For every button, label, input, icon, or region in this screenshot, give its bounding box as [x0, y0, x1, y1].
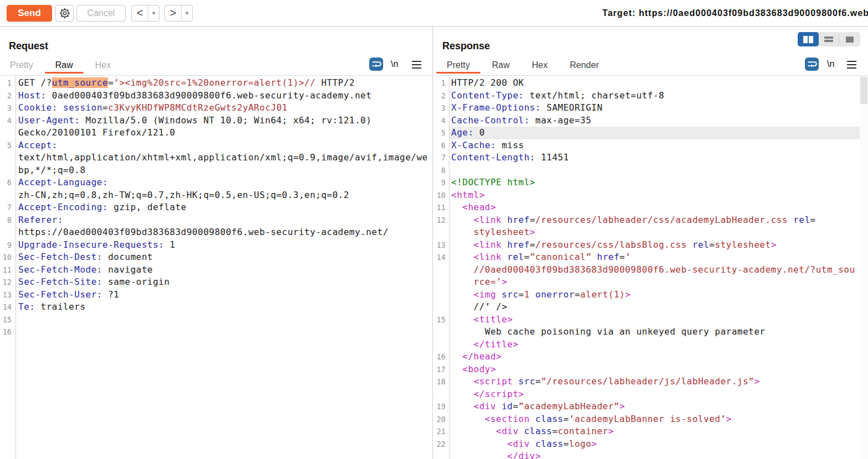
line-number [433, 226, 446, 239]
request-panel: Request Pretty Raw Hex \n 1GET /?utm_sou… [0, 27, 433, 459]
prev-dropdown-icon[interactable]: ▼ [148, 6, 159, 21]
line-number [433, 264, 446, 277]
layout-toggle [798, 32, 860, 46]
line-number [433, 289, 446, 301]
editor-line: 6X-Cache: miss [433, 139, 868, 152]
send-button[interactable]: Send [7, 5, 52, 22]
editor-line: Gecko/20100101 Firefox/121.0 [0, 127, 432, 139]
editor-line: 3Cookie: session=c3KvyKHDfWP8MCdtRzeGwts… [0, 102, 432, 114]
editor-line: </script> [433, 388, 868, 401]
editor-line: <img src=1 onerror=alert(1)> [433, 289, 868, 301]
editor-line: 1HTTP/2 200 OK [433, 77, 868, 90]
editor-line: 3X-Frame-Options: SAMEORIGIN [433, 102, 868, 114]
response-editor[interactable]: 1HTTP/2 200 OK2Content-Type: text/html; … [433, 76, 868, 459]
editor-line: 12Sec-Fetch-Site: same-origin [0, 276, 432, 289]
editor-line: 9<!DOCTYPE html> [433, 176, 868, 189]
editor-line: 11 <head> [433, 201, 868, 214]
line-number: 11 [433, 201, 446, 214]
editor-line: 9Upgrade-Insecure-Requests: 1 [0, 239, 432, 252]
newline-toggle[interactable]: \n [391, 58, 398, 71]
line-number: 8 [433, 164, 446, 177]
request-panel-title: Request [9, 40, 48, 52]
newline-toggle[interactable]: \n [827, 58, 834, 71]
editor-line: 7Accept-Encoding: gzip, deflate [0, 201, 432, 214]
editor-line: 16 </head> [433, 351, 868, 363]
line-number: 21 [433, 425, 446, 438]
line-number: 14 [433, 251, 446, 264]
editor-line: 11Sec-Fetch-Mode: navigate [0, 264, 432, 277]
line-number: 4 [0, 114, 12, 127]
editor-line: https://0aed000403f09bd383683d90009800f6… [0, 226, 432, 239]
scrollbar-thumb[interactable] [860, 77, 867, 104]
line-number: 13 [0, 289, 12, 301]
line-number: 15 [433, 314, 446, 326]
line-number [433, 450, 446, 459]
next-dropdown-icon[interactable]: ▼ [182, 6, 192, 21]
line-number: 16 [0, 326, 12, 338]
line-number: 22 [433, 438, 446, 451]
line-number [0, 152, 12, 164]
line-number: 13 [433, 239, 446, 252]
editor-line: 15 [0, 314, 432, 326]
line-number: 6 [433, 139, 446, 152]
editor-line: 20 <section class=’academyLabBanner is-s… [433, 413, 868, 426]
wrap-lines-icon[interactable] [369, 58, 383, 71]
line-number [433, 301, 446, 314]
hamburger-menu-icon[interactable] [412, 61, 421, 69]
prev-request-button[interactable]: < ▼ [131, 5, 159, 22]
editor-line: 14 <link rel=”canonical” href=’ [433, 251, 868, 264]
wrap-lines-icon[interactable] [805, 58, 819, 71]
editor-line: </div> [433, 450, 868, 459]
line-number: 14 [0, 301, 12, 314]
cancel-button[interactable]: Cancel [76, 5, 126, 22]
line-number: 2 [433, 90, 446, 102]
prev-arrow-icon[interactable]: < [132, 6, 148, 21]
line-number: 1 [0, 77, 12, 90]
editor-line: 1GET /?utm_source=’><img%20src=1%20onerr… [0, 77, 432, 90]
line-number: 9 [0, 239, 12, 252]
editor-line: 5Accept: [0, 139, 432, 152]
editor-line: 6Accept-Language: [0, 176, 432, 189]
editor-line: 13Sec-Fetch-User: ?1 [0, 289, 432, 301]
line-number: 1 [433, 77, 446, 90]
next-request-button[interactable]: > ▼ [164, 5, 193, 22]
layout-single-icon[interactable] [839, 32, 860, 46]
editor-line: 19 <div id=”academyLabHeader”> [433, 400, 868, 413]
layout-rows-icon[interactable] [819, 32, 840, 46]
line-number [433, 276, 446, 289]
line-number [0, 127, 12, 139]
response-tab-hex[interactable]: Hex [532, 60, 547, 70]
gear-icon [59, 7, 71, 19]
request-tab-pretty[interactable]: Pretty [10, 60, 33, 70]
target-label: Target: https://0aed000403f09bd383683d90… [602, 0, 868, 27]
line-number: 15 [0, 314, 12, 326]
line-number: 19 [433, 400, 446, 413]
hamburger-menu-icon[interactable] [847, 61, 856, 69]
line-number: 5 [0, 139, 12, 152]
editor-line: 17 <body> [433, 363, 868, 376]
layout-columns-icon[interactable] [798, 32, 819, 46]
response-tab-raw[interactable]: Raw [492, 60, 510, 70]
settings-button[interactable] [55, 5, 74, 22]
editor-line: 10<html> [433, 189, 868, 202]
editor-line: 2Content-Type: text/html; charset=utf-8 [433, 90, 868, 102]
editor-line: bp,*/*;q=0.8 [0, 164, 432, 177]
editor-line: text/html,application/xhtml+xml,applicat… [0, 152, 432, 164]
request-editor[interactable]: 1GET /?utm_source=’><img%20src=1%20onerr… [0, 76, 432, 459]
editor-line: 16 [0, 326, 432, 338]
line-number: 4 [433, 114, 446, 127]
line-number [433, 326, 446, 338]
response-tab-pretty[interactable]: Pretty [447, 60, 470, 70]
response-tab-render[interactable]: Render [570, 60, 598, 70]
line-number: 16 [433, 351, 446, 363]
request-tab-raw[interactable]: Raw [55, 60, 73, 70]
response-scrollbar[interactable] [860, 76, 868, 459]
line-number: 6 [0, 176, 12, 189]
line-number: 10 [433, 189, 446, 202]
editor-line: 7Content-Length: 11451 [433, 152, 868, 164]
next-arrow-icon[interactable]: > [165, 6, 181, 21]
line-number: 12 [433, 214, 446, 227]
line-number: 3 [433, 102, 446, 114]
editor-line: Web cache poisoning via an unkeyed query… [433, 326, 868, 338]
request-tab-hex[interactable]: Hex [95, 60, 111, 70]
